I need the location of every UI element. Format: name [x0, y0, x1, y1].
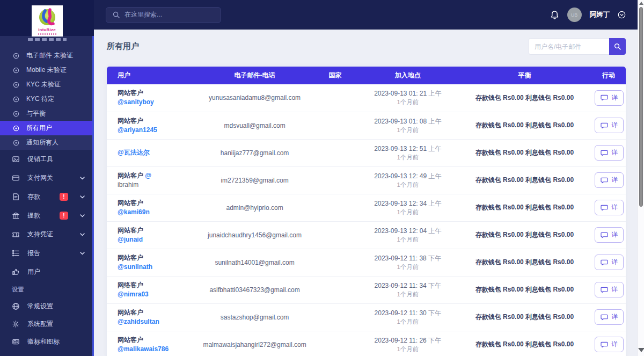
user-search-input[interactable]	[529, 38, 609, 55]
action-cell: 详	[589, 194, 626, 221]
detail-button[interactable]: 详	[595, 172, 624, 188]
sidebar-item-support-tickets[interactable]: 支持凭证	[0, 225, 92, 244]
sidebar-item-general-settings[interactable]: 常规设置	[0, 297, 92, 315]
detail-button[interactable]: 详	[595, 145, 624, 161]
search-icon	[614, 43, 621, 50]
notifications-bell-icon[interactable]	[550, 10, 559, 20]
detail-button[interactable]: 详	[595, 337, 624, 352]
user-type-label: 网络客户	[118, 281, 189, 290]
sidebar-item-withdrawals[interactable]: 提款!	[0, 206, 92, 225]
sidebar-item-kyc-unverified[interactable]: KYC 未验证	[0, 77, 92, 92]
user-cell: 网站客户@ariyan1245	[107, 112, 195, 139]
detail-button[interactable]: 详	[595, 200, 624, 215]
scrollbar-up-arrow-icon[interactable]	[639, 2, 643, 5]
email-cell: haniijaz777@gmail.com	[195, 139, 314, 166]
sidebar-item-logo-favicon[interactable]: 徽标和图标	[0, 333, 92, 351]
sidebar-item-label: 支持凭证	[27, 230, 53, 239]
clipped-item[interactable]	[0, 36, 92, 48]
email-cell: im2721359@gmail.com	[195, 166, 314, 194]
detail-button[interactable]: 详	[595, 282, 624, 297]
sidebar-item-email-unverified[interactable]: 电子邮件 未验证	[0, 48, 92, 63]
username-link[interactable]: @nimra03	[118, 290, 189, 299]
image-icon	[12, 155, 20, 163]
username-link[interactable]: @ariyan1245	[118, 126, 189, 135]
action-cell: 详	[589, 221, 626, 249]
email-cell: malmawaisjahangirl272@gmail.com	[195, 331, 314, 356]
table-row: 网络客户@nimra03asifbhatti03467323@gmail.com…	[107, 276, 626, 303]
joined-cell: 2023-09-13 12: 04 上午1个月前	[356, 221, 459, 249]
balance-cell: 存款钱包 Rs0.00 利息钱包 Rs0.00	[460, 221, 590, 249]
scroll-down-arrow-icon[interactable]	[638, 348, 644, 352]
username-link[interactable]: @junaid	[118, 235, 189, 244]
username-link[interactable]: @kami69n	[118, 208, 189, 217]
card-icon	[12, 174, 20, 182]
sidebar-item-mobile-unverified[interactable]: Mobile 未验证	[0, 63, 92, 77]
ticket-icon	[12, 230, 20, 238]
action-cell: 详	[589, 84, 626, 112]
email-cell: admin@hyiprio.com	[195, 194, 314, 221]
topbar-search[interactable]: 在这里搜索...	[106, 7, 221, 23]
user-type-label: 网站客户	[118, 308, 189, 317]
email-cell: sunilnath14001@gmail.com	[195, 249, 314, 276]
username-link[interactable]: @malikawais786	[118, 345, 189, 354]
joined-cell: 2023-09-13 12: 34 上午1个月前	[356, 194, 459, 221]
sidebar-item-deposits[interactable]: 存款!	[0, 187, 92, 206]
col-header-user: 用户	[107, 67, 195, 84]
user-name[interactable]: 阿姆丁	[590, 10, 610, 19]
country-cell	[314, 166, 356, 194]
user-cell: 网站客户@junaid	[107, 221, 195, 249]
sidebar-item-notify-all[interactable]: 通知所有人	[0, 135, 92, 150]
dot-circle-icon	[13, 53, 19, 59]
username-link[interactable]: @瓦法达尔	[118, 148, 189, 157]
dot-circle-icon	[13, 125, 19, 132]
page-scrollbar[interactable]	[638, 0, 644, 356]
country-cell	[314, 303, 356, 331]
country-cell	[314, 249, 356, 276]
detail-button-label: 详	[611, 313, 618, 322]
sidebar-item-system-configuration[interactable]: 系统配置	[0, 315, 92, 333]
joined-cell: 2023-09-13 12: 51 上午1个月前	[356, 139, 459, 166]
col-header-action: 行动	[589, 67, 626, 84]
detail-button[interactable]: 详	[595, 90, 624, 106]
detail-button-label: 详	[611, 203, 618, 212]
sidebar-item-label: 支付网关	[27, 173, 53, 183]
sidebar-item-reports[interactable]: 报告	[0, 244, 92, 263]
user-menu-chevron-icon[interactable]	[618, 11, 626, 19]
balance-cell: 存款钱包 Rs0.00 利息钱包 Rs0.00	[460, 112, 590, 139]
country-cell	[314, 194, 356, 221]
table-row: 网站客户@sunilnathsunilnath14001@gmail.com20…	[107, 249, 626, 276]
balance-cell: 存款钱包 Rs0.00 利息钱包 Rs0.00	[460, 84, 590, 112]
sidebar-item-payment-gateways[interactable]: 支付网关	[0, 169, 92, 187]
user-search-button[interactable]	[609, 38, 626, 55]
settings-section: 设置	[0, 281, 92, 297]
sidebar-item-label: 存款	[27, 192, 40, 201]
sidebar-item-users[interactable]: 用户	[0, 263, 92, 281]
alert-badge: !	[60, 212, 68, 220]
username-link[interactable]: @sunilnath	[118, 263, 189, 272]
detail-button[interactable]: 详	[595, 309, 624, 325]
sidebar-item-promo-tools[interactable]: 促销工具	[0, 150, 92, 169]
main-content: 所有用户	[94, 30, 638, 356]
user-type-label: 网站客户	[118, 336, 189, 345]
sidebar-item-label: KYC 待定	[26, 95, 54, 104]
sidebar-item-all-users[interactable]: 所有用户	[0, 121, 92, 135]
user-avatar[interactable]: UB	[567, 8, 582, 22]
user-cell: 网站客户@sunilnath	[107, 249, 195, 276]
username-link[interactable]: ibrahim	[118, 180, 189, 190]
detail-button[interactable]: 详	[595, 255, 624, 270]
brand-logo[interactable]: IntuBize	[32, 5, 63, 37]
username-link[interactable]: @sanityboy	[118, 98, 189, 107]
joined-cell: 2023-09-13 01: 21 上午1个月前	[356, 84, 459, 112]
sidebar-item-label: 与平衡	[26, 109, 46, 118]
sidebar-item-with-balance[interactable]: 与平衡	[0, 106, 92, 121]
username-link[interactable]: @zahidsultan	[118, 317, 189, 326]
scrollbar-thumb[interactable]	[639, 7, 643, 207]
detail-button[interactable]: 详	[595, 227, 624, 243]
detail-button[interactable]: 详	[595, 118, 624, 133]
dot-circle-icon	[13, 111, 19, 117]
sidebar-item-kyc-pending[interactable]: KYC 待定	[0, 92, 92, 106]
page-title: 所有用户	[107, 41, 139, 52]
dot-circle-icon	[13, 82, 19, 88]
chat-icon	[601, 287, 608, 293]
detail-button-label: 详	[611, 148, 618, 157]
